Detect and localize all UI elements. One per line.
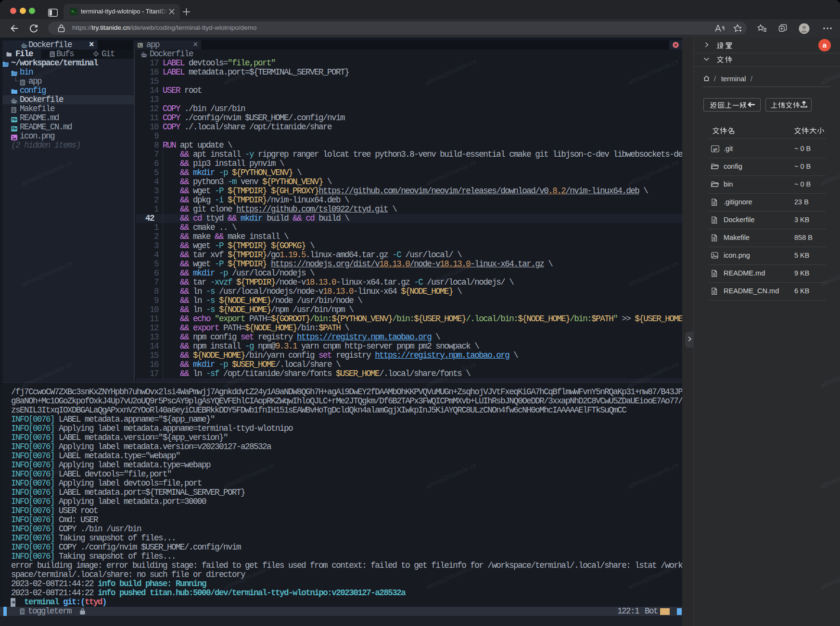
svg-text:git: git [713, 147, 718, 151]
